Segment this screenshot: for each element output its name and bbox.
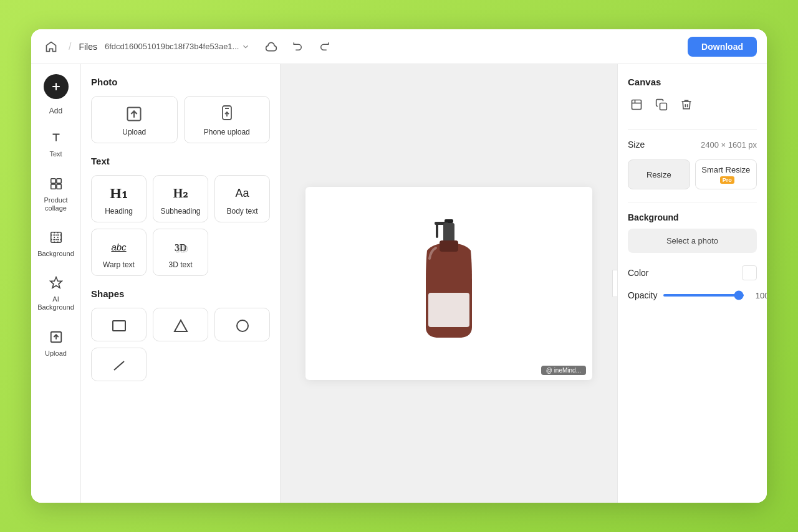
product-collage-icon	[46, 174, 66, 194]
line-shape-icon	[112, 357, 127, 374]
select-photo-button[interactable]: Select a photo	[628, 229, 757, 253]
opacity-value: 100	[750, 291, 767, 300]
text-section-title: Text	[91, 156, 270, 166]
subheading-label: Subheading	[160, 207, 200, 216]
phone-upload-card[interactable]: Phone upload	[184, 96, 271, 143]
photo-cards-grid: Upload Phone upload	[91, 96, 270, 143]
opacity-label: Opacity	[628, 290, 657, 300]
home-button[interactable]	[41, 37, 61, 57]
text-cards-grid: H₁ Heading H₂ Subheading Aa Body text ab…	[91, 175, 270, 276]
svg-line-26	[114, 361, 124, 370]
redo-button[interactable]	[316, 39, 332, 55]
body-text-card[interactable]: Aa Body text	[214, 175, 270, 222]
upload-icon	[46, 327, 66, 347]
sidebar-upload-label: Upload	[45, 349, 67, 358]
sidebar-item-product-collage[interactable]: Product collage	[34, 169, 78, 217]
warp-text-icon: abc	[111, 238, 126, 255]
3d-text-card[interactable]: 3D 3D 3D text	[153, 229, 208, 276]
heading-icon: H₁	[110, 184, 127, 202]
filename-display[interactable]: 6fdcd160051019bc18f73b4fe53ae1...	[105, 42, 250, 51]
resize-buttons: Resize Smart Resize Pro	[628, 159, 757, 189]
color-label: Color	[628, 268, 648, 278]
icon-sidebar: Add Text Product collage	[31, 64, 81, 503]
smart-resize-button[interactable]: Smart Resize Pro	[695, 159, 757, 189]
sidebar-ai-bg-label: AI Background	[37, 295, 74, 311]
heading-card[interactable]: H₁ Heading	[91, 175, 147, 222]
rectangle-shape-card[interactable]	[91, 308, 147, 341]
photo-section-title: Photo	[91, 77, 270, 87]
rectangle-shape-icon	[112, 317, 127, 335]
collapse-panel-button[interactable]: ‹	[612, 270, 617, 297]
background-icon	[46, 227, 66, 247]
undo-button[interactable]	[290, 39, 306, 55]
canvas-watermark: @ ineMind...	[541, 366, 586, 375]
topbar-actions	[262, 38, 332, 55]
size-row: Size 2400 × 1601 px	[628, 140, 757, 150]
background-section-title: Background	[628, 212, 757, 222]
upload-card[interactable]: Upload	[91, 96, 178, 143]
sidebar-item-text[interactable]: Text	[34, 123, 78, 163]
size-value: 2400 × 1601 px	[701, 140, 757, 150]
shapes-section-title: Shapes	[91, 288, 270, 299]
warp-text-label: Warp text	[103, 260, 135, 269]
delete-tool-button[interactable]	[678, 96, 695, 116]
svg-rect-4	[50, 178, 55, 183]
right-panel: Canvas	[617, 64, 767, 503]
svg-rect-5	[56, 178, 60, 183]
svg-rect-8	[50, 232, 61, 243]
triangle-shape-icon	[173, 317, 188, 335]
svg-marker-13	[50, 277, 61, 288]
sidebar-item-upload[interactable]: Upload	[34, 322, 78, 363]
download-button[interactable]: Download	[688, 37, 757, 57]
frame-tool-button[interactable]	[628, 96, 645, 116]
svg-rect-6	[50, 184, 55, 188]
3d-text-icon: 3D 3D	[173, 238, 189, 255]
cloud-save-button[interactable]	[262, 38, 280, 55]
triangle-shape-card[interactable]	[153, 308, 208, 341]
heading-label: Heading	[105, 207, 133, 216]
shapes-cards-grid	[91, 308, 270, 381]
opacity-slider[interactable]	[663, 294, 744, 297]
opacity-row: Opacity 100	[628, 290, 757, 300]
sidebar-item-background[interactable]: Background	[34, 222, 78, 263]
svg-rect-31	[440, 240, 458, 252]
circle-shape-icon	[236, 317, 249, 335]
main-layout: Add Text Product collage	[31, 64, 767, 503]
svg-rect-23	[113, 321, 125, 331]
warp-text-card[interactable]: abc Warp text	[91, 229, 147, 276]
resize-button[interactable]: Resize	[628, 159, 690, 189]
ai-background-icon	[46, 273, 66, 293]
sidebar-item-ai-background[interactable]: AI Background	[34, 268, 78, 316]
svg-marker-24	[175, 320, 187, 331]
canvas-toolbar	[628, 96, 757, 116]
size-label: Size	[628, 140, 645, 150]
svg-rect-30	[443, 223, 454, 242]
phone-upload-card-label: Phone upload	[204, 128, 250, 136]
sidebar-text-label: Text	[49, 150, 62, 158]
add-label: Add	[49, 107, 62, 115]
subheading-icon: H₂	[173, 184, 188, 202]
upload-card-icon	[125, 105, 143, 123]
svg-point-25	[237, 320, 248, 331]
canvas-title: Canvas	[628, 77, 757, 87]
svg-rect-32	[428, 293, 469, 327]
phone-upload-icon	[219, 105, 234, 123]
files-link[interactable]: Files	[79, 42, 97, 52]
sidebar-bg-label: Background	[37, 250, 74, 258]
copy-tool-button[interactable]	[653, 96, 670, 116]
3d-text-label: 3D text	[168, 260, 192, 269]
color-swatch[interactable]	[742, 265, 757, 280]
subheading-card[interactable]: H₂ Subheading	[153, 175, 208, 222]
line-shape-card[interactable]	[91, 348, 147, 381]
canvas-content[interactable]: @ ineMind...	[305, 187, 592, 380]
upload-card-label: Upload	[122, 128, 146, 136]
add-button[interactable]	[44, 74, 69, 99]
svg-text:3D: 3D	[176, 244, 188, 254]
app-window: / Files 6fdcd160051019bc18f73b4fe53ae1..…	[31, 29, 767, 503]
svg-rect-33	[632, 100, 642, 110]
sidebar-product-label: Product collage	[38, 196, 74, 212]
topbar: / Files 6fdcd160051019bc18f73b4fe53ae1..…	[31, 29, 767, 64]
tools-panel: Photo Upload	[81, 64, 281, 503]
color-row: Color	[628, 265, 757, 280]
circle-shape-card[interactable]	[214, 308, 270, 341]
